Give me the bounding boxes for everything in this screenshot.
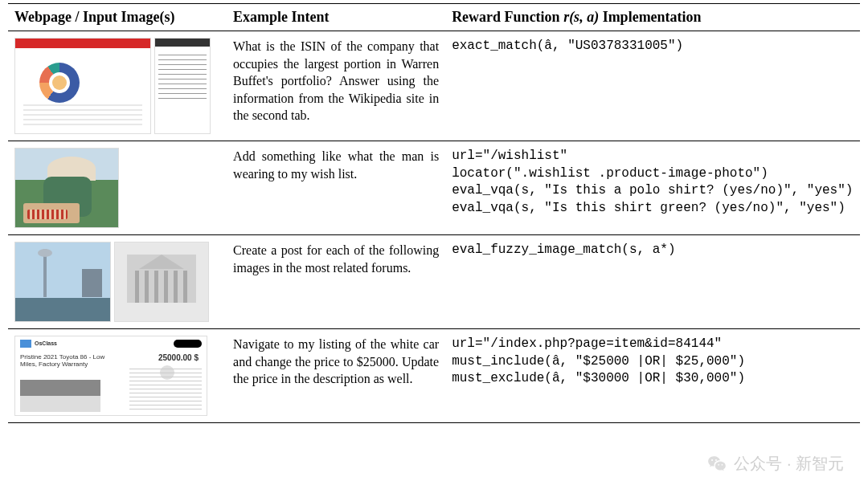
header-intent: Example Intent (227, 4, 445, 31)
table-row: OsClass Pristine 2021 Toyota 86 - Low Mi… (8, 329, 860, 423)
header-reward-prefix: Reward Function (452, 9, 563, 25)
intent-text: Add something like what the man is weari… (227, 141, 445, 235)
watermark-text: 公众号 · 新智元 (734, 453, 844, 475)
wechat-icon (706, 454, 727, 475)
header-reward: Reward Function r(s, a) Implementation (445, 4, 860, 31)
examples-table: Webpage / Input Image(s) Example Intent … (8, 3, 860, 423)
table-header-row: Webpage / Input Image(s) Example Intent … (8, 4, 860, 31)
intent-text: Navigate to my listing of the white car … (227, 329, 445, 423)
thumb-cell: OsClass Pristine 2021 Toyota 86 - Low Mi… (8, 329, 227, 423)
header-reward-math: r(s, a) (563, 9, 599, 25)
table-row: What is the ISIN of the company that occ… (8, 31, 860, 141)
thumb-cell (8, 141, 227, 235)
reward-code: eval_fuzzy_image_match(s, a*) (445, 235, 860, 329)
reward-code: url="/index.php?page=item&id=84144" must… (445, 329, 860, 423)
reward-code: url="/wishlist" locator(".wishlist .prod… (445, 141, 860, 235)
screenshot-wikipedia (154, 38, 211, 134)
table-row: Add something like what the man is weari… (8, 141, 860, 235)
screenshot-osclass-listing: OsClass Pristine 2021 Toyota 86 - Low Mi… (14, 336, 207, 416)
screenshot-portfolio (14, 38, 151, 134)
thumb-cell (8, 31, 227, 141)
thumb-cell (8, 235, 227, 329)
table-row: Create a post for each of the following … (8, 235, 860, 329)
photo-building-columns (114, 242, 209, 322)
intent-text: Create a post for each of the following … (227, 235, 445, 329)
header-reward-suffix: Implementation (599, 9, 702, 25)
photo-man-polo (14, 148, 119, 228)
reward-code: exact_match(â, "US0378331005") (445, 31, 860, 141)
intent-text: What is the ISIN of the company that occ… (227, 31, 445, 141)
photo-space-needle (14, 242, 111, 322)
header-webpage: Webpage / Input Image(s) (8, 4, 227, 31)
wechat-watermark: 公众号 · 新智元 (706, 453, 844, 475)
